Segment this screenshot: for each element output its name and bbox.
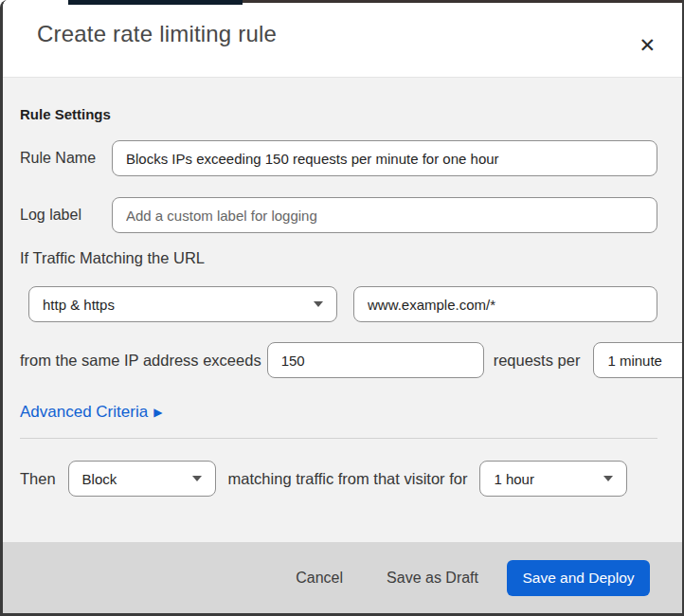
dialog-footer: Cancel Save as Draft Save and Deploy <box>3 542 682 613</box>
top-edge-artifact <box>243 0 684 3</box>
cancel-button[interactable]: Cancel <box>294 566 345 590</box>
rule-name-input[interactable] <box>112 140 657 176</box>
threshold-row: from the same IP address exceeds request… <box>20 342 657 378</box>
action-select-value: Block <box>82 471 117 487</box>
save-and-deploy-button[interactable]: Save and Deploy <box>507 560 650 596</box>
divider <box>20 438 657 439</box>
dialog-title: Create rate limiting rule <box>37 21 277 77</box>
top-edge-artifact <box>68 0 243 5</box>
save-as-draft-button[interactable]: Save as Draft <box>385 566 480 590</box>
dialog-header: Create rate limiting rule ✕ <box>3 0 682 78</box>
url-input[interactable] <box>353 286 657 322</box>
period-select-value: 1 minute <box>607 353 662 369</box>
rule-name-row: Rule Name <box>20 140 657 176</box>
advanced-criteria-label: Advanced Criteria <box>20 403 148 422</box>
log-label-row: Log label <box>20 197 657 233</box>
period-select[interactable]: 1 minute <box>593 342 682 378</box>
advanced-criteria-link[interactable]: Advanced Criteria ▶ <box>20 403 162 422</box>
action-middle-text: matching traffic from that visitor for <box>228 470 468 488</box>
chevron-down-icon <box>314 301 323 307</box>
threshold-suffix-text: requests per <box>494 352 581 370</box>
threshold-input[interactable] <box>267 342 484 378</box>
action-select[interactable]: Block <box>68 461 216 497</box>
dialog-body: Rule Settings Rule Name Log label If Tra… <box>3 78 682 542</box>
threshold-prefix-text: from the same IP address exceeds <box>20 352 261 370</box>
scheme-select[interactable]: http & https <box>28 286 337 322</box>
scheme-select-value: http & https <box>43 297 115 313</box>
chevron-down-icon <box>192 476 202 481</box>
section-heading: Rule Settings <box>20 106 657 122</box>
chevron-down-icon <box>603 476 613 481</box>
rule-name-label: Rule Name <box>20 150 112 167</box>
duration-select-value: 1 hour <box>494 471 534 487</box>
action-prefix-text: Then <box>20 470 56 488</box>
close-icon[interactable]: ✕ <box>635 13 659 77</box>
expand-arrow-icon: ▶ <box>153 406 162 419</box>
duration-select[interactable]: 1 hour <box>479 461 627 497</box>
log-label-input[interactable] <box>112 197 657 233</box>
action-row: Then Block matching traffic from that vi… <box>20 461 657 497</box>
create-rate-limiting-rule-dialog: Create rate limiting rule ✕ Rule Setting… <box>0 0 684 616</box>
traffic-match-intro: If Traffic Matching the URL <box>20 249 657 267</box>
log-label-label: Log label <box>20 207 112 224</box>
traffic-match-row: http & https <box>20 286 657 322</box>
